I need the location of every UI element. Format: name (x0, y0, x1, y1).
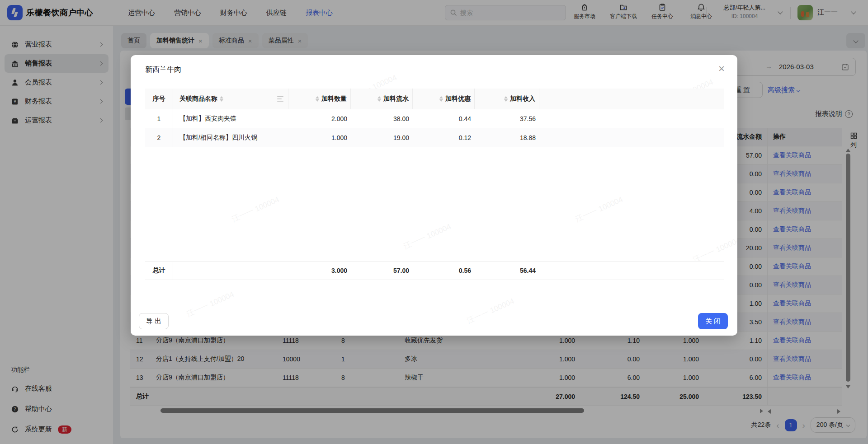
income-cell: 18.88 (475, 128, 539, 147)
header-label: 加料流水 (383, 95, 409, 103)
sort-carets-icon[interactable] (220, 96, 223, 102)
sort-carets-icon[interactable] (316, 96, 319, 102)
header-income[interactable]: 加料收入 (475, 89, 539, 109)
sort-carets-icon[interactable] (377, 96, 381, 102)
watermark: 汪一一 100004 (465, 296, 516, 326)
sort-carets-icon[interactable] (504, 96, 508, 102)
header-label: 加料收入 (510, 95, 535, 103)
totals-income: 56.44 (475, 262, 539, 280)
totals-label: 总计 (145, 262, 173, 280)
related-product-name: 【加料/相同名称】四川火锅 (173, 128, 288, 147)
header-qty[interactable]: 加料数量 (288, 89, 351, 109)
modal-header-row: 序号 关联商品名称 加料数量 加料流水 加料优惠 (145, 89, 724, 109)
header-label: 加料优惠 (445, 95, 471, 103)
watermark: 汪一一 100004 (185, 289, 236, 319)
totals-flow: 57.00 (351, 262, 413, 280)
modal-table-row: 1 【加料】西安肉夹馍 2.000 38.00 0.44 37.56 (145, 109, 724, 128)
related-products-modal: 汪一一 100004 汪一一 100004 汪一一 100004 汪一一 100… (131, 55, 737, 336)
header-related-name[interactable]: 关联商品名称 (173, 89, 288, 109)
totals-discount: 0.56 (413, 262, 475, 280)
discount-cell: 0.12 (413, 128, 475, 147)
income-cell: 37.56 (475, 109, 539, 128)
header-discount[interactable]: 加料优惠 (413, 89, 475, 109)
discount-cell: 0.44 (413, 109, 475, 128)
qty-cell: 2.000 (288, 109, 351, 128)
header-no: 序号 (145, 89, 173, 109)
totals-qty: 3.000 (288, 262, 351, 280)
flow-cell: 19.00 (351, 128, 413, 147)
qty-cell: 1.000 (288, 128, 351, 147)
modal-title: 新西兰牛肉 (145, 65, 181, 75)
app-window: 乐檬餐饮商户中心 运营中心 营销中心 财务中心 供应链 报表中心 服务市场 客户… (0, 0, 868, 444)
export-button[interactable]: 导 出 (139, 313, 169, 329)
column-filter-icon[interactable] (277, 96, 283, 102)
header-label: 关联商品名称 (179, 95, 217, 103)
close-button[interactable]: 关 闭 (698, 313, 728, 329)
header-flow[interactable]: 加料流水 (351, 89, 413, 109)
related-product-name: 【加料】西安肉夹馍 (173, 109, 288, 128)
modal-close-icon[interactable]: × (715, 61, 728, 77)
header-label: 加料数量 (321, 95, 347, 103)
modal-table-row: 2 【加料/相同名称】四川火锅 1.000 19.00 0.12 18.88 (145, 128, 724, 147)
flow-cell: 38.00 (351, 109, 413, 128)
modal-totals-row: 总计 3.000 57.00 0.56 56.44 (145, 261, 724, 280)
row-no: 1 (145, 109, 173, 128)
modal-table: 序号 关联商品名称 加料数量 加料流水 加料优惠 (145, 89, 724, 280)
sort-carets-icon[interactable] (439, 96, 443, 102)
row-no: 2 (145, 128, 173, 147)
